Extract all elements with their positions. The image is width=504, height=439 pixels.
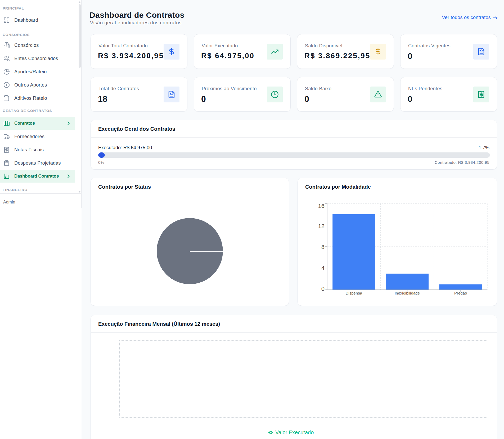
svg-text:Dispensa: Dispensa	[346, 291, 362, 295]
svg-text:Pregão: Pregão	[454, 291, 467, 295]
svg-text:4: 4	[321, 265, 325, 271]
svg-text:16: 16	[318, 203, 325, 209]
svg-text:8: 8	[321, 244, 325, 250]
svg-text:Valor Executado: Valor Executado	[275, 429, 314, 435]
svg-text:Inexigibilidade: Inexigibilidade	[395, 291, 420, 295]
svg-text:12: 12	[318, 223, 325, 229]
svg-text:0: 0	[321, 286, 325, 292]
